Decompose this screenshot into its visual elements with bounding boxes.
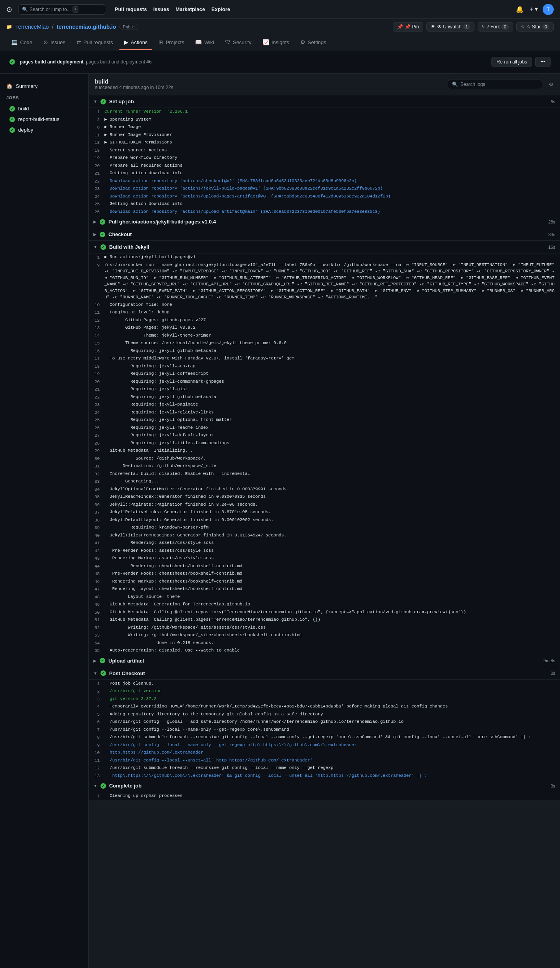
issues-nav-link[interactable]: Issues — [153, 6, 169, 12]
line-number: 13 — [89, 773, 104, 780]
line-text: Jekyll::Paginate::Pagination finished in… — [104, 501, 560, 508]
github-logo[interactable]: ⊙ — [6, 5, 12, 14]
line-number: 34 — [89, 486, 104, 493]
tab-issues[interactable]: ⊙Issues — [39, 35, 70, 50]
log-line: 33 Generating... — [89, 478, 560, 486]
build-settings-icon[interactable]: ⚙ — [549, 81, 554, 87]
line-text: http.https://github.com/.extraheader — [104, 749, 560, 756]
log-line: 11 Logging at level: debug — [89, 309, 560, 316]
tab-pull-requests[interactable]: ⇄Pull requests — [72, 35, 118, 50]
line-number: 10 — [89, 302, 104, 309]
explore-nav-link[interactable]: Explore — [211, 6, 230, 12]
workflow-header: ✓ pages build and deployment pages build… — [0, 50, 560, 74]
line-text: JekyllReadmeIndex::Generator finished in… — [104, 493, 560, 501]
sidebar-job-report[interactable]: ✓ report-build-status — [0, 114, 88, 125]
line-text: Layout source: theme — [104, 594, 560, 601]
line-text: GitHub Metadata: Generating for Terrence… — [104, 601, 560, 608]
rerun-all-jobs-button[interactable]: Re-run all jobs — [491, 57, 532, 67]
line-number: 46 — [89, 578, 104, 585]
notifications-icon[interactable]: 🔔 — [516, 6, 524, 13]
sidebar-job-deploy[interactable]: ✓ deploy — [0, 125, 88, 135]
log-line: 12 GitHub Pages: github-pages v227 — [89, 316, 560, 324]
line-text: git version 2.37.2 — [104, 696, 560, 703]
pull-requests-nav-link[interactable]: Pull requests — [115, 6, 147, 12]
tab-wiki[interactable]: 📖Wiki — [190, 35, 219, 50]
repo-owner-link[interactable]: TerrenceMiao — [15, 24, 49, 30]
top-nav-links: Pull requests Issues Marketplace Explore — [115, 6, 230, 12]
line-number: 21 — [89, 170, 104, 177]
log-line: 16 Requiring: jekyll-github-metadata — [89, 347, 560, 355]
line-text: GitHub Pages: jekyll v3.9.2 — [104, 324, 560, 331]
log-line: 29 GitHub Metadata: Initializing... — [89, 447, 560, 455]
line-text: Auto-regeneration: disabled. Use --watch… — [104, 647, 560, 654]
line-text: Rendering Layout: cheatsheets/bookshelf-… — [104, 586, 560, 593]
more-options-button[interactable]: ••• — [535, 57, 551, 67]
line-number: 52 — [89, 624, 104, 631]
line-text: Secret source: Actions — [104, 147, 560, 154]
log-line: 48 Layout source: theme — [89, 593, 560, 601]
log-line: 18 Secret source: Actions — [89, 147, 560, 155]
pin-button[interactable]: 📌📌 Pin — [393, 22, 423, 32]
line-text: Rendering: assets/css/style.scss — [104, 540, 560, 547]
job-section-content-3: 1▶ Run actions/jekyll-build-pages@v19/us… — [89, 253, 560, 655]
job-section-header-2[interactable]: ▶ ✓ Checkout 30s — [89, 228, 560, 241]
plus-icon[interactable]: ＋▾ — [528, 5, 538, 13]
house-icon: 🏠 — [6, 83, 13, 89]
job-section-header-1[interactable]: ▶ ✓ Pull ghcr.io/actions/jekyll-build-pa… — [89, 216, 560, 228]
watch-button[interactable]: 👁👁 Unwatch1 — [426, 22, 474, 32]
log-line: 13 GitHub Pages: jekyll v3.9.2 — [89, 324, 560, 332]
line-number: 10 — [89, 749, 104, 756]
job-section-0: ▼ ✓ Set up job 5s 1Current runner versio… — [89, 95, 560, 216]
line-number: 55 — [89, 647, 104, 654]
line-number: 24 — [89, 409, 104, 416]
log-line: 51 GitHub Metadata: Calling @client.page… — [89, 616, 560, 624]
fork-button[interactable]: ⑂⑂ Fork0 — [478, 22, 513, 32]
repo-actions: 📌📌 Pin 👁👁 Unwatch1 ⑂⑂ Fork0 ☆☆ Star0 — [393, 22, 554, 32]
log-line: 26 Download action repository 'actions/u… — [89, 208, 560, 216]
global-search[interactable]: 🔍 Search or jump to... / — [19, 4, 105, 15]
line-number: 19 — [89, 370, 104, 378]
search-logs-icon: 🔍 — [452, 82, 458, 87]
section-name-1: Pull ghcr.io/actions/jekyll-build-pages:… — [108, 219, 216, 225]
sidebar-job-build[interactable]: ✓ build — [0, 103, 88, 114]
marketplace-nav-link[interactable]: Marketplace — [175, 6, 205, 12]
star-button[interactable]: ☆☆ Star0 — [516, 22, 554, 32]
line-text: JekyllOptionalFrontMatter::Generator fin… — [104, 486, 560, 493]
line-text: Temporarily overriding HOME='/home/runne… — [104, 703, 560, 710]
tab-code[interactable]: 💻Code — [6, 35, 37, 50]
line-number: 17 — [89, 355, 104, 362]
line-text: Requiring: jekyll-github-metadata — [104, 394, 560, 401]
log-line: 8 /usr/bin/git submodule foreach --recur… — [89, 733, 560, 741]
user-avatar[interactable]: T — [543, 4, 554, 15]
log-line: 21 Requiring: jekyll-gist — [89, 385, 560, 393]
line-text: Download action repository 'actions/uplo… — [104, 193, 560, 200]
line-text: Pre-Render Hooks: cheatsheets/bookshelf-… — [104, 570, 560, 577]
line-text: JekyllTitlesFromHeadings::Generator fini… — [104, 532, 560, 539]
line-number: 41 — [89, 540, 104, 547]
summary-link[interactable]: 🏠 Summary — [0, 80, 88, 92]
repo-nav: 💻Code ⊙Issues ⇄Pull requests ▶Actions ⊞P… — [0, 35, 560, 50]
tab-security[interactable]: 🛡Security — [220, 35, 256, 50]
code-icon: 💻 — [11, 39, 18, 45]
line-number: 3 — [89, 696, 104, 703]
tab-actions[interactable]: ▶Actions — [119, 35, 153, 50]
job-section-3: ▼ ✓ Build with Jekyll 16s 1▶ Run actions… — [89, 241, 560, 655]
job-section-header-6[interactable]: ▼ ✓ Complete job 0s — [89, 780, 560, 792]
job-section-header-5[interactable]: ▼ ✓ Post Checkout 0s — [89, 667, 560, 680]
line-number: 40 — [89, 532, 104, 539]
tab-projects[interactable]: ⊞Projects — [154, 35, 189, 50]
wiki-icon: 📖 — [195, 39, 202, 45]
job-section-header-3[interactable]: ▼ ✓ Build with Jekyll 16s — [89, 241, 560, 253]
job-section-header-0[interactable]: ▼ ✓ Set up job 5s — [89, 95, 560, 108]
log-search-box[interactable]: 🔍 Search logs — [448, 80, 542, 89]
job-section-header-4[interactable]: ▶ ✓ Upload artifact 9m 8s — [89, 655, 560, 667]
repo-name-link[interactable]: terrencemiao.github.io — [57, 24, 116, 30]
log-line: 12 /usr/bin/git submodule foreach --recu… — [89, 764, 560, 772]
chevron-5: ▼ — [93, 671, 97, 676]
log-line: 9 /usr/bin/git config --local --name-onl… — [89, 741, 560, 749]
visibility-badge: Public — [119, 24, 138, 30]
tab-insights[interactable]: 📈Insights — [258, 35, 294, 50]
line-number: 49 — [89, 601, 104, 608]
tab-settings[interactable]: ⚙Settings — [296, 35, 331, 50]
line-text: Requiring: kramdown-parser-gfm — [104, 524, 560, 531]
